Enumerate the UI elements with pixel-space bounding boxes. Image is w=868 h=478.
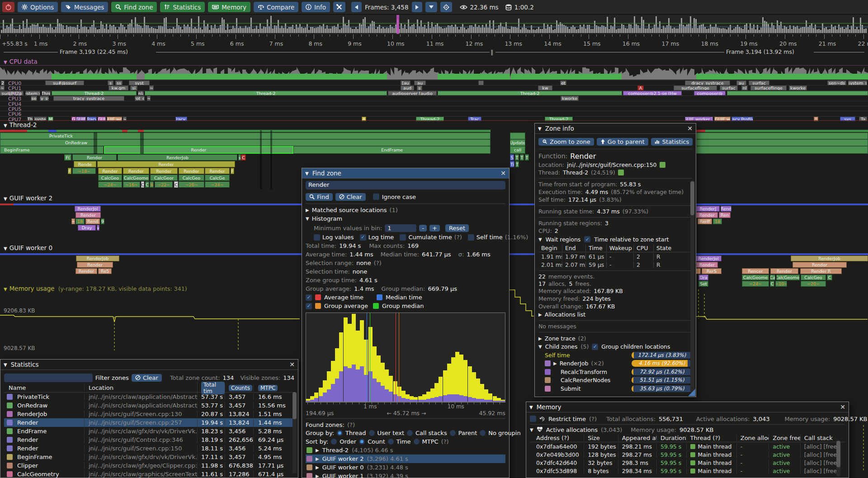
min-bin-decrease-button[interactable]: - [419,225,427,232]
zone-t[interactable]: T [515,154,519,161]
zone-c[interactable]: C [827,274,832,280]
messages-button[interactable]: Messages [61,2,108,12]
time-ruler[interactable]: +55.83 s1 ms2 ms3 ms4 ms5 ms6 ms7 ms8 ms… [0,34,868,48]
zone-sen-ds[interactable]: sen~ds [827,80,846,85]
guif-worker0-header[interactable]: ▼GUIF worker 0 [4,244,52,251]
zone-kworke[interactable]: kworke [789,85,807,90]
zone-render[interactable]: Render [770,268,798,274]
expand-arrow-icon[interactable]: ▶ [538,336,542,341]
allocation-row[interactable]: 0x7e049b3d00128 bytes298.27 ms59.95 sMai… [530,450,845,459]
alloc-col-appeared-at[interactable]: Appeared at [618,435,656,441]
wait-col-time[interactable]: Time [585,245,606,251]
expand-arrow-icon[interactable]: ▶ [316,473,319,478]
memory-titlebar[interactable]: ▼ Memory ✕ [526,402,849,412]
zone-ca[interactable]: Ca [770,274,775,280]
zone-renderj[interactable]: RenderJ [696,206,720,212]
zone--[interactable]: ~ [147,96,151,101]
find-zone-button[interactable]: Find zone [111,2,157,12]
zone-calcgeome[interactable]: CalcGeome [123,175,149,181]
zone-au[interactable]: au [414,80,426,85]
zone-c[interactable]: C [174,181,178,188]
zone-18[interactable]: 18 [713,218,722,224]
zone-calcge[interactable]: CalcGe [205,175,230,181]
zone-nl[interactable]: nl [741,85,748,90]
self-time-checkbox[interactable] [468,234,474,241]
zone-surfac[interactable]: surfac [720,85,738,90]
zone--au[interactable]: [au [401,80,410,85]
zone-surfac[interactable]: surfac [749,80,769,85]
zone--24-[interactable]: ~24~ [205,181,230,188]
zone-privatetick[interactable]: PrivateTick [696,133,868,139]
zone-calcgeor[interactable]: CalcGeor [150,175,178,181]
zone-kw[interactable]: kw [538,85,552,90]
sort-by-radio-order[interactable] [331,439,337,445]
found-zone-group-thread-2[interactable]: ▶Thread-2(4,105) 6.46 s [306,446,505,454]
expand-arrow-icon[interactable]: ▶ [316,456,319,461]
scrollbar[interactable] [690,180,694,393]
zone-f-[interactable]: F( [64,154,71,161]
zone-render[interactable]: Render [696,146,868,154]
col-name[interactable]: Name [4,384,84,391]
zone-ti[interactable]: Ti [510,161,514,167]
wait-region-row[interactable]: 2.01 ms2.07 ms59 μs-2R [538,260,692,269]
statistics-row-beginframe[interactable]: BeginFramejni/../jni/src/claw/gfx/drv/vk… [4,453,294,461]
zone-beginframe[interactable]: BeginFrame [0,146,104,154]
frame-3194-label[interactable]: Frame 3,194 (13.92 ms) [726,48,794,55]
zone-si[interactable]: si [130,85,137,90]
filter-input[interactable] [4,374,93,382]
alloc-col-zone-alloc[interactable]: Zone alloc [736,435,769,441]
group-by-radio-user-text[interactable] [369,430,375,436]
matched-locations-label[interactable]: Matched source locations [312,207,387,213]
cpu-data-header[interactable]: ▼CPU data [4,58,38,65]
zone-composer-[interactable]: composer@ [694,91,726,96]
zone--24-[interactable]: ~24~ [742,281,769,287]
allocation-row[interactable]: 0x7dfaa64e00192 bytes298.21 ms59.95 sMai… [530,442,845,450]
wait-region-row[interactable]: 1.91 ms1.97 ms61 μs-2R [538,252,692,260]
help-icon[interactable]: (?) [454,234,462,241]
zone--[interactable]: ~ [0,85,5,90]
zone-system-se[interactable]: system:se [25,91,40,96]
zone-calcgeo[interactable]: CalcGeo [98,175,122,181]
zone-calcgeo[interactable]: CalcGeo [179,175,204,181]
statistics-row-renderjob[interactable]: RenderJobjni/../jni/src/guif/Screen.cpp:… [4,410,294,418]
zone-t[interactable]: T [520,154,524,161]
collapse-arrow-icon[interactable]: ▼ [538,344,542,349]
go-to-parent-button[interactable]: Go to parent [597,138,648,146]
zone-9[interactable]: 9 [101,218,104,224]
resize-grip[interactable] [688,389,695,396]
zone--[interactable]: ~ [149,85,154,90]
allocation-row[interactable]: 0x7dfc53d8988 bytes298.34 ms59.95 sMain … [530,467,845,475]
zone-render[interactable]: Render [75,268,97,274]
zone-et[interactable]: et [560,80,566,85]
zone-unnamed[interactable] [510,133,525,139]
close-icon[interactable]: ✕ [840,403,845,411]
group-by-radio-call-stacks[interactable] [407,430,413,436]
close-icon[interactable]: ✕ [500,170,506,177]
child-zones-label[interactable]: Child zones [545,343,578,350]
zone-dra[interactable]: Dra [698,274,708,280]
scrollbar-thumb[interactable] [690,181,694,215]
zone-c[interactable]: C [770,281,774,287]
zone-thread-2[interactable]: Thread-2 [52,91,137,96]
zone-calcgeomet[interactable]: CalcGeomet [776,274,800,280]
zone-onredraw[interactable]: OnRedraw [0,139,491,146]
sort-by-radio-count[interactable] [359,439,365,445]
zone-a[interactable]: A [637,85,644,90]
statistics-titlebar[interactable]: ▼ Statistics ✕ [0,360,298,370]
zone--20-[interactable]: ~20~ [801,281,826,287]
cumulate-time-checkbox[interactable] [400,234,406,241]
zone-rers[interactable]: RerS [702,268,722,274]
zone-render[interactable]: Render [793,262,847,268]
col-counts[interactable]: Counts [229,385,252,391]
zone-thre[interactable]: Thre [42,91,51,96]
find-button[interactable]: Find [306,193,333,201]
zone-info-titlebar[interactable]: ▼ Zone info ✕ [535,123,696,134]
zone--22-[interactable]: ~22~ [155,181,173,188]
clear-filter-button[interactable]: Clear [132,374,162,382]
zone-su-ssurf[interactable]: su#@ssurf [45,80,84,85]
zone-au[interactable]: au [736,80,746,85]
collapse-arrow-icon[interactable]: ▼ [306,216,309,221]
zone--16-[interactable]: ~16~ [123,181,140,188]
zone--24-[interactable]: ~24~ [98,181,122,188]
child-zone-row-submit[interactable]: Submit35.63 μs (0.79%) [538,384,692,393]
